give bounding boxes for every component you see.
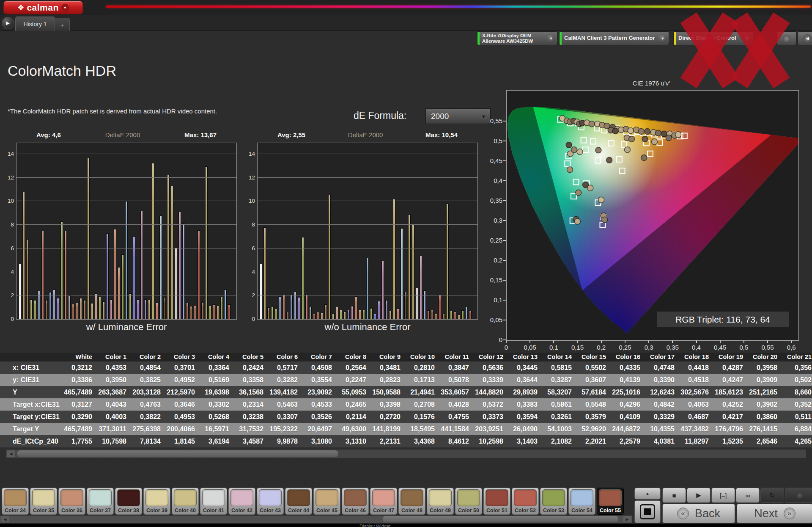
y-axis-tick-label: 0 (3, 316, 14, 322)
left-chart-avg: Avg: 4,6 (36, 131, 61, 138)
cie-x-tick-label: 0,45 (708, 344, 732, 351)
swatch-scrollbar-thumb[interactable] (383, 516, 618, 522)
calman-menu-button[interactable]: ❖ calman ▼ (3, 1, 83, 14)
cie-x-tick (743, 340, 744, 343)
table-cell: 0,4687 (680, 411, 714, 423)
scroll-left-icon[interactable]: ◀ (7, 450, 15, 457)
column-header: Color 3 (166, 353, 200, 361)
table-cell: 0,3607 (577, 374, 612, 386)
table-row: y: CIE310,33860,39500,38250,49520,51690,… (0, 374, 812, 386)
tab-history-1[interactable]: History 1 (15, 17, 55, 31)
swatch-color-52[interactable]: Color 52 (512, 488, 539, 515)
meter-dropdown[interactable]: X-Rite i1Display OEM Alienware AW3425DW … (477, 31, 557, 45)
swatch-color-40[interactable]: Color 40 (172, 488, 199, 515)
bar (435, 314, 437, 319)
color-chip (599, 489, 622, 506)
swatch-color-51[interactable]: Color 51 (483, 488, 510, 515)
swatch-color-37[interactable]: Color 37 (87, 488, 114, 515)
table-cell: 0,3127 (63, 398, 98, 411)
table-cell: 0,3847 (440, 361, 475, 374)
swatch-color-41[interactable]: Color 41 (200, 488, 227, 515)
swatch-color-47[interactable]: Color 47 (370, 488, 397, 515)
play-button[interactable]: ▶ (687, 488, 710, 503)
table-cell: 8,4612 (440, 435, 475, 447)
cie-y-tick-label: 0,2 (484, 257, 502, 264)
collapse-up-button[interactable]: ▲ (634, 488, 661, 499)
table-cell: 29,8939 (509, 386, 543, 398)
swatch-color-35[interactable]: Color 35 (30, 488, 57, 515)
table-cell: 0,4854 (132, 361, 166, 374)
column-header: Color 9 (372, 353, 406, 361)
bar (163, 297, 166, 319)
bar (324, 304, 327, 319)
record-icon (783, 35, 790, 42)
tab-nav-button[interactable]: ▶ (2, 17, 14, 29)
bar (140, 211, 143, 319)
swatch-color-54[interactable]: Color 54 (568, 488, 595, 515)
swatch-color-43[interactable]: Color 43 (257, 488, 284, 515)
cie-y-tick-label: 0,3 (484, 217, 502, 224)
connection-button[interactable] (776, 31, 797, 45)
tab-label: History 1 (23, 21, 47, 28)
next-button[interactable]: Next » (737, 504, 812, 523)
transport-controls: ■ ▶ [–] ∞ ↻ (662, 488, 812, 503)
swatch-color-55[interactable]: Color 55 (597, 488, 624, 515)
table-cell: 0,5548 (577, 398, 612, 411)
bar (416, 288, 418, 319)
right-chart-max: Max: 10,54 (425, 131, 458, 138)
swatch-color-39[interactable]: Color 39 (143, 488, 170, 515)
swatch-color-38[interactable]: Color 38 (115, 488, 142, 515)
swatch-color-48[interactable]: Color 48 (398, 488, 425, 515)
cie-measured-circle (612, 128, 618, 134)
table-cell: 3,4368 (406, 435, 440, 447)
table-cell: 0,3860 (749, 411, 783, 423)
add-tab-button[interactable]: + (55, 18, 70, 31)
swatch-color-36[interactable]: Color 36 (58, 488, 85, 515)
column-header: Color 19 (714, 353, 749, 361)
table-cell: 225,1016 (612, 386, 646, 398)
table-cell: 10,4355 (646, 423, 680, 435)
scroll-right-icon[interactable]: ▶ (623, 516, 631, 522)
bar (283, 294, 285, 319)
table-cell: 0,5815 (543, 361, 577, 374)
bar (171, 186, 173, 319)
swatch-color-34[interactable]: Color 34 (2, 488, 29, 515)
de-formula-dropdown[interactable]: 2000 ▼ (425, 108, 491, 124)
bar (469, 311, 472, 319)
pattern-generator-dropdown[interactable]: CalMAN Client 3 Pattern Generator ▼ (559, 31, 669, 45)
swatch-color-49[interactable]: Color 49 (427, 488, 454, 515)
collapse-panel-button[interactable]: ◀ (798, 31, 812, 45)
back-button[interactable]: « Back (662, 504, 735, 523)
bar (201, 303, 204, 319)
swatch-color-44[interactable]: Color 44 (285, 488, 312, 515)
bar (26, 239, 29, 319)
swatch-color-50[interactable]: Color 50 (455, 488, 482, 515)
table-scrollbar-thumb[interactable] (17, 450, 338, 457)
cie-x-tick (791, 340, 792, 343)
swatch-color-45[interactable]: Color 45 (313, 488, 340, 515)
column-header: Color 4 (200, 353, 235, 361)
table-cell: 0,3373 (475, 411, 509, 423)
bar (133, 237, 135, 319)
loop-button[interactable]: ∞ (736, 488, 760, 503)
display-control-dropdown[interactable]: Direct Display Control ▼ (673, 31, 754, 45)
scroll-left-icon[interactable]: ◀ (1, 516, 9, 522)
patch-window-button[interactable] (634, 500, 661, 523)
bar (57, 298, 59, 319)
bar (374, 314, 376, 319)
y-axis-tick-label: 2 (3, 292, 14, 298)
table-row: Target Y465,7489371,3011275,6398200,4066… (0, 423, 812, 435)
swatch-color-42[interactable]: Color 42 (228, 488, 255, 515)
swatch-scrollbar[interactable]: ◀ ▶ (0, 516, 632, 523)
range-button[interactable]: [–] (711, 488, 735, 503)
table-scrollbar[interactable]: ◀ (6, 450, 806, 458)
swatch-color-46[interactable]: Color 46 (342, 488, 369, 515)
display-control-name: Direct Display Control (678, 35, 741, 41)
record-button[interactable] (785, 488, 812, 503)
rgb-triplet-readout: RGB Triplet: 116, 73, 64 (657, 312, 789, 327)
swatch-color-53[interactable]: Color 53 (540, 488, 567, 515)
stop-button[interactable]: ■ (662, 488, 686, 503)
refresh-button[interactable]: ↻ (760, 488, 784, 503)
table-cell: 0,3398 (372, 398, 406, 411)
table-cell: 0,4748 (646, 361, 680, 374)
